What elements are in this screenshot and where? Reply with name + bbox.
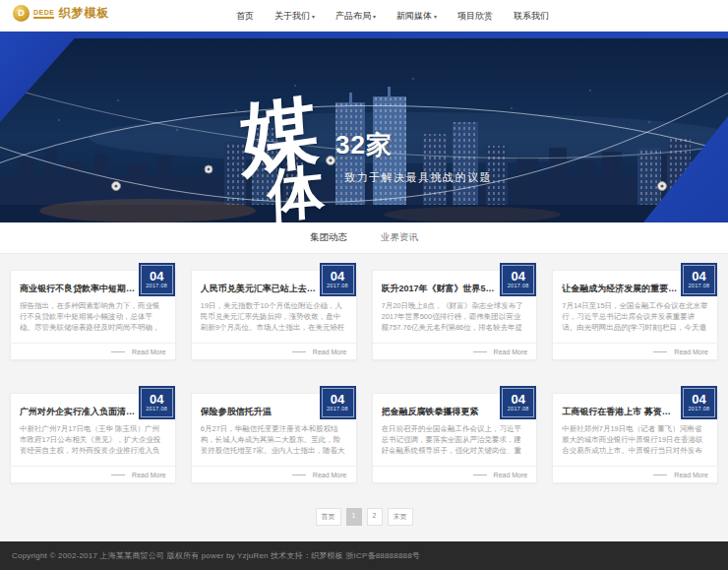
tab-group-news[interactable]: 集团动态 [310, 231, 347, 244]
nav-item-home[interactable]: 首页 [236, 10, 254, 23]
news-title[interactable]: 工商银行在香港上市 募资逾98亿港元 [562, 406, 678, 418]
main-nav: 首页 关于我们 ▾ 产品布局 ▾ 新闻媒体 ▾ 项目欣赏 联系我们 [236, 0, 549, 32]
top-header: D DEDE 织梦模板 首页 关于我们 ▾ 产品布局 ▾ 新闻媒体 ▾ 项目欣赏… [0, 0, 728, 32]
pagination: 首页 1 2 末页 [10, 508, 718, 526]
caret-down-icon: ▾ [434, 13, 437, 20]
news-title[interactable]: 广州对外企实行准入负面清单管理 [20, 406, 136, 418]
date-badge: 042017.08 [681, 386, 717, 419]
news-card[interactable]: 042017.08 把金融反腐铁拳攥得更紧 在日前召开的全国金融工作会议上，习近… [372, 393, 538, 483]
hero-blue-strip [0, 32, 728, 38]
read-more-link[interactable]: Read More [494, 348, 528, 355]
pagination-page-1[interactable]: 1 [346, 508, 362, 526]
news-title[interactable]: 商业银行不良贷款率中短期内将总体平... [20, 283, 136, 295]
news-card[interactable]: 042017.08 让金融成为经济发展的重要动力 7月14日至15日，全国金融工… [552, 270, 718, 360]
date-badge: 042017.08 [139, 386, 175, 419]
hero-subtitle: 致力于解决最具挑战的议题 [344, 170, 492, 185]
hero-headline-number: 32家 [335, 128, 393, 162]
dash-icon [473, 351, 487, 352]
pagination-page-2[interactable]: 2 [367, 508, 383, 526]
news-excerpt: 中新社广州7月17日电（王华 陈玉琪）广州市政府17日公布相关《意见》，扩大企业… [20, 423, 166, 457]
hero-calligraphy-char-2: 体 [267, 153, 326, 222]
news-title[interactable]: 跃升2017年《财富》世界500强 [382, 283, 498, 295]
news-title[interactable]: 人民币兑美元汇率已站上去年四季度以... [201, 283, 317, 295]
news-card[interactable]: 042017.08 跃升2017年《财富》世界500强 7月20日晚上8点，《财… [372, 270, 538, 360]
news-card[interactable]: 042017.08 人民币兑美元汇率已站上去年四季度以... 19日，美元指数于… [191, 270, 357, 360]
date-badge: 042017.08 [320, 263, 356, 296]
dash-icon [653, 351, 667, 352]
dash-icon [653, 475, 667, 475]
read-more-link[interactable]: Read More [313, 472, 347, 478]
dash-icon [111, 475, 125, 475]
hero-banner: 媒 体 32家 致力于解决最具挑战的议题 [0, 32, 728, 222]
date-badge: 042017.08 [500, 386, 536, 419]
news-card[interactable]: 042017.08 工商银行在香港上市 募资逾98亿港元 中新社郑州7月19日电… [552, 393, 718, 483]
read-more-link[interactable]: Read More [674, 348, 708, 355]
news-title[interactable]: 让金融成为经济发展的重要动力 [562, 283, 678, 295]
news-section: 042017.08 商业银行不良贷款率中短期内将总体平... 报告指出，在多种因… [0, 254, 728, 541]
logo-coin-icon: D [13, 5, 30, 22]
news-card[interactable]: 042017.08 商业银行不良贷款率中短期内将总体平... 报告指出，在多种因… [10, 270, 176, 360]
pagination-last[interactable]: 末页 [388, 508, 413, 526]
date-badge: 042017.08 [681, 263, 717, 296]
logo-en-text: DEDE [33, 9, 54, 19]
site-logo[interactable]: D DEDE 织梦模板 [13, 5, 109, 22]
read-more-link[interactable]: Read More [132, 348, 166, 355]
date-badge: 042017.08 [500, 263, 536, 296]
news-excerpt: 在日前召开的全国金融工作会议上，习近平总书记强调，要落实全面从严治党要求，建好金… [382, 423, 528, 457]
news-tabbar: 集团动态 业界资讯 [0, 222, 728, 254]
logo-bar [33, 17, 54, 19]
nav-item-news[interactable]: 新闻媒体 ▾ [396, 10, 437, 23]
pagination-first[interactable]: 首页 [316, 508, 341, 526]
news-card[interactable]: 042017.08 广州对外企实行准入负面清单管理 中新社广州7月17日电（王华… [10, 393, 176, 483]
dash-icon [292, 475, 306, 475]
dash-icon [292, 351, 306, 352]
date-badge: 042017.08 [320, 386, 356, 419]
dash-icon [111, 351, 125, 352]
caret-down-icon: ▾ [312, 13, 315, 20]
news-card[interactable]: 042017.08 保险参股信托升温 6月27日，华融信托变更注册资本和股权结构… [191, 393, 357, 483]
nav-item-contact[interactable]: 联系我们 [514, 10, 549, 23]
page-footer: Copyright © 2002-2017 上海某某商贸公司 版权所有 powe… [0, 541, 728, 570]
hero-city-image [0, 32, 728, 222]
logo-site-title: 织梦模板 [58, 5, 109, 22]
read-more-link[interactable]: Read More [132, 472, 166, 478]
date-badge: 042017.08 [139, 263, 175, 296]
news-excerpt: 6月27日，华融信托变更注册资本和股权结构，长城人寿成为其第二大股东。至此，险资… [201, 423, 347, 457]
nav-item-projects[interactable]: 项目欣赏 [457, 10, 493, 23]
read-more-link[interactable]: Read More [494, 472, 528, 478]
copyright-text: Copyright © 2002-2017 上海某某商贸公司 版权所有 powe… [12, 550, 420, 561]
read-more-link[interactable]: Read More [313, 348, 347, 355]
nav-item-products[interactable]: 产品布局 ▾ [335, 10, 376, 23]
tab-industry-info[interactable]: 业界资讯 [381, 231, 418, 244]
nav-item-about[interactable]: 关于我们 ▾ [274, 10, 315, 23]
news-excerpt: 7月20日晚上8点，《财富》杂志全球发布了2017年世界500强排行榜，霸伟集团… [382, 300, 528, 334]
news-excerpt: 报告指出，在多种因素影响角力下，商业银行不良贷款率中短期将小幅波动，总体平稳。尽… [20, 300, 166, 334]
news-title[interactable]: 保险参股信托升温 [201, 406, 317, 418]
news-excerpt: 19日，美元指数于10个月低位附近企稳，人民币兑美元汇率先扬后抑，涨势收敛，盘中… [201, 300, 347, 334]
news-excerpt: 中新社郑州7月19日电（记者 董飞）河南省最大的城市商业银行中原银行19日在香港… [562, 423, 708, 457]
news-card-grid: 042017.08 商业银行不良贷款率中短期内将总体平... 报告指出，在多种因… [10, 270, 718, 483]
dash-icon [473, 475, 487, 475]
read-more-link[interactable]: Read More [674, 472, 708, 478]
caret-down-icon: ▾ [373, 13, 376, 20]
news-excerpt: 7月14日至15日，全国金融工作会议在北京举行，习近平总书记出席会议并发表重要讲… [562, 300, 708, 334]
news-title[interactable]: 把金融反腐铁拳攥得更紧 [382, 406, 498, 418]
